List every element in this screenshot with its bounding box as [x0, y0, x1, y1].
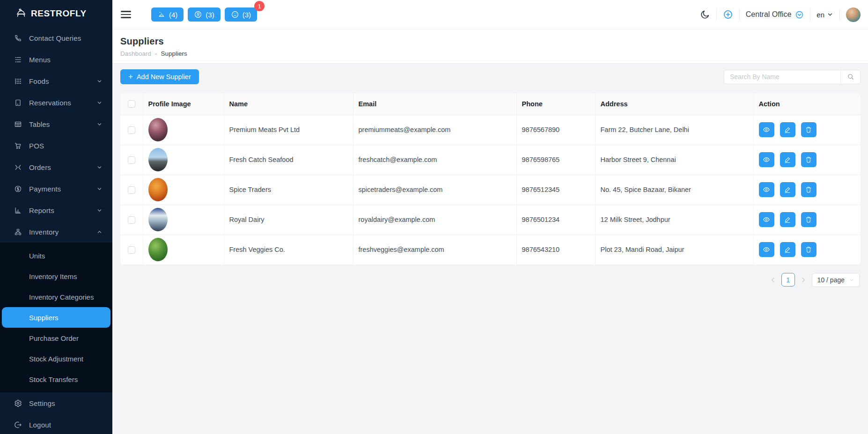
column-header-email: Email: [353, 93, 516, 115]
sidebar-item-menus[interactable]: Menus: [0, 49, 112, 70]
row-actions: [759, 182, 861, 197]
submenu-item-label: Suppliers: [29, 314, 59, 322]
next-page-button[interactable]: [800, 277, 807, 283]
suppliers-table-card: Profile Image Name Email Phone Address A…: [120, 93, 861, 265]
cart-icon: [14, 142, 22, 150]
sidebar-item-settings[interactable]: Settings: [0, 392, 112, 414]
delete-button[interactable]: [801, 242, 817, 257]
user-avatar[interactable]: [846, 7, 861, 22]
edit-button[interactable]: [780, 152, 795, 167]
edit-button[interactable]: [780, 242, 795, 257]
divider: [839, 9, 840, 20]
pencil-icon: [784, 156, 791, 163]
topbar-right: Central Office en: [700, 7, 861, 22]
sidebar-item-pos[interactable]: POS: [0, 135, 112, 156]
view-button[interactable]: [759, 122, 774, 137]
pencil-icon: [784, 216, 791, 223]
counter-value: (3): [206, 11, 214, 19]
row-actions: [759, 212, 861, 227]
sidebar-item-reservations[interactable]: Reservations: [0, 92, 112, 113]
sidebar-item-tables[interactable]: Tables: [0, 113, 112, 135]
inventory-submenu: Units Inventory Items Inventory Categori…: [0, 243, 112, 392]
notification-badge: 1: [254, 1, 265, 11]
toolbar: + Add New Supplier: [120, 69, 861, 84]
supplier-email: premiummeats@example.com: [353, 115, 516, 145]
phone-icon: [14, 34, 22, 42]
submenu-item-stock-adjustment[interactable]: Stock Adjustment: [0, 348, 112, 369]
service-bell-counter-button[interactable]: (4): [151, 7, 184, 22]
add-new-supplier-button[interactable]: + Add New Supplier: [120, 69, 199, 84]
submenu-item-stock-transfers[interactable]: Stock Transfers: [0, 369, 112, 390]
sidebar-toggle-button[interactable]: [121, 11, 131, 18]
app-name: RESTROFLY: [31, 8, 87, 19]
page-size-selector[interactable]: 10 / page: [812, 273, 860, 287]
row-checkbox[interactable]: [128, 126, 135, 134]
search-input[interactable]: [724, 70, 840, 84]
chevron-down-icon: [96, 100, 103, 106]
chevron-down-icon: [849, 277, 854, 283]
view-button[interactable]: [759, 242, 774, 257]
row-checkbox[interactable]: [128, 186, 135, 194]
row-checkbox[interactable]: [128, 156, 135, 164]
dark-mode-toggle[interactable]: [700, 9, 710, 20]
select-all-checkbox[interactable]: [128, 100, 135, 108]
edit-button[interactable]: [780, 212, 795, 227]
previous-page-button[interactable]: [770, 277, 776, 283]
sidebar-item-label: Logout: [29, 421, 51, 429]
row-checkbox[interactable]: [128, 216, 135, 224]
submenu-item-suppliers[interactable]: Suppliers: [2, 307, 110, 328]
dollar-circle-icon: [14, 185, 22, 193]
notification-counters: (4) (3) (3) 1: [151, 7, 257, 22]
view-button[interactable]: [759, 182, 774, 197]
view-button[interactable]: [759, 152, 774, 167]
sidebar-item-reports[interactable]: Reports: [0, 199, 112, 221]
pagination: 1 10 / page: [120, 273, 861, 287]
submenu-item-units[interactable]: Units: [0, 245, 112, 266]
sidebar-item-label: Foods: [29, 77, 49, 85]
food-cart-icon: [15, 8, 27, 19]
search-button[interactable]: [840, 70, 860, 84]
delete-button[interactable]: [801, 182, 817, 197]
view-button[interactable]: [759, 212, 774, 227]
sidebar-item-logout[interactable]: Logout: [0, 414, 112, 434]
chevron-down-icon: [96, 186, 103, 192]
waiter-call-counter-button[interactable]: (3) 1: [225, 7, 257, 22]
sidebar-item-contact-queries[interactable]: Contact Queries: [0, 27, 112, 49]
page-number-button[interactable]: 1: [781, 273, 795, 287]
app-logo[interactable]: RESTROFLY: [0, 0, 112, 27]
pencil-icon: [784, 126, 791, 133]
edit-button[interactable]: [780, 122, 795, 137]
supplier-name: Premium Meats Pvt Ltd: [224, 115, 353, 145]
chevron-down-icon: [96, 78, 103, 84]
page-title: Suppliers: [120, 36, 857, 47]
submenu-item-inventory-categories[interactable]: Inventory Categories: [0, 287, 112, 307]
delete-button[interactable]: [801, 212, 817, 227]
inventory-icon: [14, 228, 22, 236]
chevron-down-icon: [827, 11, 833, 18]
table-header-row: Profile Image Name Email Phone Address A…: [120, 93, 861, 115]
pencil-icon: [784, 186, 791, 193]
row-checkbox[interactable]: [128, 246, 135, 254]
eye-icon: [763, 156, 770, 163]
language-selector[interactable]: en: [817, 11, 833, 19]
reservation-icon: [194, 10, 202, 19]
content-area: + Add New Supplier Profile Image Name: [112, 64, 868, 434]
submenu-item-inventory-items[interactable]: Inventory Items: [0, 266, 112, 287]
submenu-item-purchase-order[interactable]: Purchase Order: [0, 328, 112, 348]
submenu-item-label: Stock Adjustment: [29, 355, 83, 363]
breadcrumb-dashboard-link[interactable]: Dashboard: [120, 50, 151, 57]
delete-button[interactable]: [801, 122, 817, 137]
counter-value: (4): [169, 11, 177, 19]
sidebar-item-inventory[interactable]: Inventory: [0, 221, 112, 243]
sidebar-item-orders[interactable]: Orders: [0, 156, 112, 178]
sidebar-item-payments[interactable]: Payments: [0, 178, 112, 199]
branch-selector[interactable]: Central Office: [746, 10, 804, 19]
logout-icon: [14, 421, 22, 429]
waiter-call-icon: [231, 10, 239, 19]
quick-add-button[interactable]: [723, 9, 733, 20]
trash-icon: [805, 186, 812, 193]
sidebar-item-foods[interactable]: Foods: [0, 70, 112, 92]
edit-button[interactable]: [780, 182, 795, 197]
delete-button[interactable]: [801, 152, 817, 167]
reservation-counter-button[interactable]: (3): [188, 7, 220, 22]
